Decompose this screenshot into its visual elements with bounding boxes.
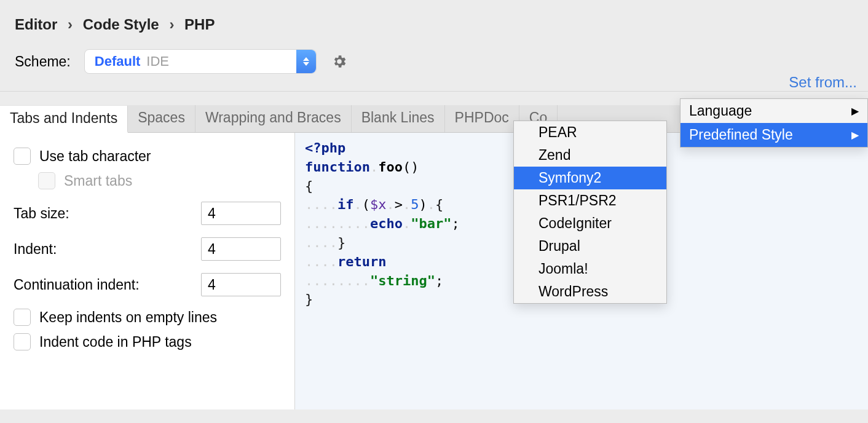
tab-phpdoc[interactable]: PHPDoc — [445, 105, 519, 132]
continuation-indent-label: Continuation indent: — [14, 277, 140, 293]
code-fn-name: foo — [378, 159, 403, 175]
keep-indents-checkbox[interactable] — [14, 309, 31, 326]
code-var-x: $x — [370, 197, 387, 212]
code-kw-echo: echo — [370, 216, 403, 231]
set-from-link[interactable]: Set from... — [789, 74, 857, 91]
breadcrumb-code-style[interactable]: Code Style — [83, 16, 159, 33]
submenu-arrow-icon: ▶ — [851, 105, 859, 117]
scheme-label: Scheme: — [15, 53, 71, 70]
code-num: 5 — [411, 197, 419, 212]
breadcrumb-php[interactable]: PHP — [184, 16, 215, 33]
smart-tabs-label: Smart tabs — [64, 173, 132, 189]
breadcrumb: Editor › Code Style › PHP — [0, 0, 868, 33]
indent-php-tags-label: Indent code in PHP tags — [39, 334, 192, 350]
indent-settings-panel: Use tab character Smart tabs Tab size: I… — [0, 133, 295, 409]
predefined-style-popup: PEAR Zend Symfony2 PSR1/PSR2 CodeIgniter… — [513, 121, 667, 304]
indent-php-tags-checkbox[interactable] — [14, 333, 31, 350]
code-kw-if: if — [337, 197, 354, 212]
code-kw-function: function — [305, 159, 370, 175]
tab-size-label: Tab size: — [14, 205, 69, 222]
code-op-gt: > — [395, 197, 403, 212]
predefined-zend[interactable]: Zend — [514, 144, 666, 167]
scheme-stepper-icon[interactable] — [296, 50, 316, 73]
set-from-language[interactable]: Language ▶ — [681, 99, 867, 123]
predefined-joomla[interactable]: Joomla! — [514, 258, 666, 280]
continuation-indent-input[interactable] — [201, 273, 281, 296]
predefined-drupal[interactable]: Drupal — [514, 235, 666, 258]
tab-size-input[interactable] — [201, 202, 281, 225]
keep-indents-label: Keep indents on empty lines — [39, 309, 217, 326]
use-tab-checkbox[interactable] — [14, 148, 31, 165]
code-open-tag: <?php — [305, 140, 345, 156]
use-tab-label: Use tab character — [39, 148, 151, 165]
submenu-arrow-icon: ▶ — [851, 129, 859, 141]
breadcrumb-editor[interactable]: Editor — [15, 16, 57, 33]
code-str-string: "string" — [370, 273, 435, 288]
predefined-pear[interactable]: PEAR — [514, 121, 666, 144]
predefined-psr[interactable]: PSR1/PSR2 — [514, 189, 666, 212]
content-area: Use tab character Smart tabs Tab size: I… — [0, 133, 868, 409]
tab-tabs-and-indents[interactable]: Tabs and Indents — [0, 106, 128, 133]
set-from-language-label: Language — [689, 103, 752, 119]
set-from-predefined-style[interactable]: Predefined Style ▶ — [681, 123, 867, 147]
predefined-symfony2[interactable]: Symfony2 — [514, 167, 666, 189]
code-str-bar: "bar" — [411, 216, 451, 231]
tab-wrapping-braces[interactable]: Wrapping and Braces — [195, 105, 352, 132]
scheme-row: Scheme: Default IDE — [0, 33, 868, 92]
code-kw-return: return — [337, 254, 386, 269]
chevron-right-icon: › — [169, 16, 174, 33]
chevron-right-icon: › — [68, 16, 73, 33]
scheme-hint: IDE — [146, 53, 169, 69]
smart-tabs-checkbox — [38, 172, 55, 189]
set-from-popup: Language ▶ Predefined Style ▶ — [680, 98, 868, 148]
tab-blank-lines[interactable]: Blank Lines — [352, 105, 445, 132]
set-from-predefined-label: Predefined Style — [689, 127, 793, 143]
scheme-selected-value: Default — [95, 53, 141, 69]
indent-label: Indent: — [14, 241, 57, 258]
predefined-wordpress[interactable]: WordPress — [514, 280, 666, 303]
predefined-codeigniter[interactable]: CodeIgniter — [514, 212, 666, 235]
gear-icon[interactable] — [330, 52, 349, 71]
indent-input[interactable] — [201, 237, 281, 261]
scheme-select[interactable]: Default IDE — [84, 49, 317, 74]
tab-spaces[interactable]: Spaces — [128, 105, 195, 132]
